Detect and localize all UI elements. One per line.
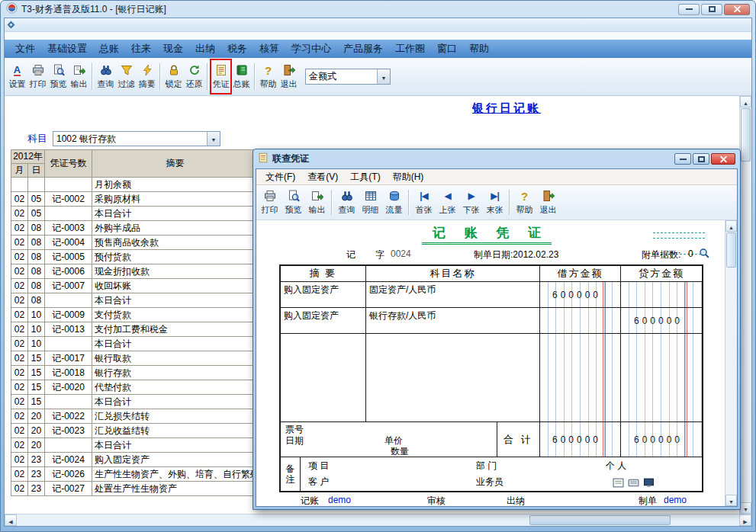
journal-row[interactable]: 0208记-0005预付货款 (11, 250, 259, 264)
minimize-button[interactable] (678, 4, 700, 15)
cell-day: 08 (28, 236, 45, 250)
toolbar-button-ledger[interactable]: 总账 (231, 59, 252, 94)
popup-toolbar-button-prev[interactable]: 上张 (436, 186, 459, 219)
journal-row[interactable]: 0223记-0027处置生产性生物资产 (11, 482, 259, 496)
scroll-up-button[interactable] (740, 96, 751, 107)
journal-row[interactable]: 0208记-0007收回坏账 (11, 279, 259, 293)
toolbar-button-summary[interactable]: 摘要 (137, 59, 157, 94)
scroll-left-button[interactable] (5, 514, 17, 526)
popup-scroll-up-button[interactable] (725, 220, 737, 232)
toolbar-button-help[interactable]: ? 帮助 (258, 59, 278, 94)
menu-item-help[interactable]: 帮助 (463, 40, 495, 58)
toolbar-button-exit[interactable]: 退出 (278, 59, 299, 94)
toolbar-button-voucher[interactable]: 凭证 (211, 59, 231, 94)
format-select-dropdown-button[interactable] (377, 69, 390, 84)
journal-row[interactable]: 0223记-0024购入固定资产 (11, 453, 259, 467)
popup-scrollbar-thumb[interactable] (726, 232, 736, 268)
magnifier-icon[interactable] (699, 248, 709, 258)
scroll-right-button[interactable] (739, 514, 751, 526)
menu-item-learning-center[interactable]: 学习中心 (285, 40, 337, 58)
entry-debit-cell: 600000 (540, 282, 621, 308)
horizontal-scrollbar-thumb[interactable] (529, 515, 671, 525)
journal-row[interactable]: 0220记-0023汇兑收益结转 (11, 424, 259, 438)
cell-summary: 汇兑收益结转 (92, 424, 259, 438)
popup-toolbar-button-exit[interactable]: 退出 (536, 186, 560, 219)
popup-toolbar-button-next[interactable]: 下张 (459, 186, 483, 219)
menu-item-accounting[interactable]: 核算 (253, 40, 285, 58)
menu-item-cash[interactable]: 现金 (157, 40, 189, 58)
journal-row[interactable]: 0205本日合计 (11, 207, 259, 221)
menu-item-tax[interactable]: 税务 (221, 40, 253, 58)
keyboard-icon[interactable] (628, 478, 639, 488)
popup-scroll-down-button[interactable] (725, 495, 737, 506)
note-person-label: 个 人 (606, 460, 626, 473)
menu-item-product-service[interactable]: 产品服务 (337, 40, 389, 58)
cell-voucher: 记-0018 (45, 366, 92, 380)
subject-select-dropdown-button[interactable] (207, 132, 220, 146)
journal-row[interactable]: 0205记-0002采购原材料 (11, 192, 259, 207)
voucher-word-suffix: 字 (375, 248, 384, 261)
journal-row[interactable]: 0208本日合计 (11, 293, 259, 308)
close-button[interactable] (724, 4, 750, 15)
maximize-button[interactable] (701, 4, 722, 15)
monitor-icon[interactable] (643, 478, 655, 488)
journal-row[interactable]: 0215记-0018银行存款 (11, 366, 259, 380)
menu-item-file[interactable]: 文件 (9, 40, 41, 58)
popup-minimize-button[interactable] (674, 153, 691, 165)
voucher-form-title: 记 账 凭 证 (422, 224, 552, 245)
journal-row[interactable]: 0210记-0013支付加工费和税金 (11, 322, 259, 337)
popup-toolbar-button-first[interactable]: 首张 (412, 186, 436, 219)
popup-menu-item-tools[interactable]: 工具(T) (345, 169, 385, 185)
menu-item-cashier[interactable]: 出纳 (189, 40, 221, 58)
toolbar-button-print[interactable]: 打印 (27, 59, 48, 94)
journal-row[interactable]: 0215本日合计 (11, 395, 259, 409)
detail-grid-icon (365, 190, 377, 203)
popup-toolbar-button-print[interactable]: 打印 (258, 186, 281, 219)
toolbar-button-preview[interactable]: 预览 (48, 59, 69, 94)
journal-row[interactable]: 0208记-0004预售商品收余款 (11, 236, 259, 250)
popup-menu-item-view[interactable]: 查看(V) (302, 169, 343, 185)
journal-row[interactable]: 0223记-0026生产性生物资产、外购、培育、自行繁殖 (11, 467, 259, 482)
toolbar-button-query[interactable]: 查询 (95, 59, 116, 94)
journal-row[interactable]: 0215记-0017银行取款 (11, 351, 259, 366)
menu-item-work-circle[interactable]: 工作圈 (389, 40, 431, 58)
journal-row[interactable]: 0220记-0022汇兑损失结转 (11, 409, 259, 424)
journal-row[interactable]: 0210记-0009支付货款 (11, 308, 259, 322)
scroll-down-button[interactable] (740, 502, 751, 514)
popup-vertical-scrollbar[interactable] (725, 220, 737, 506)
menu-item-basic-setup[interactable]: 基础设置 (41, 40, 93, 58)
restore-arrows-icon (188, 64, 201, 77)
popup-toolbar-button-preview[interactable]: 预览 (281, 186, 305, 219)
menu-item-current-accounts[interactable]: 往来 (125, 40, 157, 58)
journal-row[interactable]: 月初余额 (11, 178, 259, 192)
popup-toolbar-button-detail[interactable]: 明细 (359, 186, 382, 219)
document-icon[interactable] (613, 478, 624, 488)
journal-row[interactable]: 0208记-0003外购半成品 (11, 221, 259, 236)
popup-menu-item-file[interactable]: 文件(F) (260, 169, 301, 185)
toolbar-button-lock[interactable]: 锁定 (163, 59, 184, 94)
toolbar-button-export[interactable]: 输出 (69, 59, 89, 94)
popup-toolbar-button-query[interactable]: 查询 (335, 186, 359, 219)
toolbar-button-restore[interactable]: 还原 (184, 59, 204, 94)
format-select[interactable]: 金额式 (305, 69, 391, 85)
popup-toolbar-button-help[interactable]: ? 帮助 (513, 186, 536, 219)
vertical-scrollbar-thumb[interactable] (741, 108, 751, 162)
popup-maximize-button[interactable] (693, 153, 709, 165)
subject-select[interactable]: 1002 银行存款 (53, 131, 220, 146)
popup-menu-item-help[interactable]: 帮助(H) (388, 169, 429, 185)
cell-month: 02 (11, 279, 28, 293)
journal-row[interactable]: 0208记-0006现金折扣收款 (11, 264, 259, 279)
toolbar-button-settings[interactable]: A 设置 (7, 59, 27, 94)
menu-item-window[interactable]: 窗口 (431, 40, 463, 58)
journal-row[interactable]: 0215记-0020代垫付款 (11, 380, 259, 395)
popup-toolbar-button-flow[interactable]: 流量 (382, 186, 406, 219)
popup-close-button[interactable] (711, 153, 735, 165)
journal-row[interactable]: 0210本日合计 (11, 337, 259, 351)
toolbar-button-filter[interactable]: 过滤 (116, 59, 137, 94)
popup-toolbar-button-last[interactable]: 末张 (483, 186, 507, 219)
journal-row[interactable]: 0220本日合计 (11, 438, 259, 453)
vertical-scrollbar[interactable] (739, 96, 751, 514)
popup-toolbar-button-export[interactable]: 输出 (305, 186, 329, 219)
horizontal-scrollbar[interactable] (5, 514, 751, 526)
menu-item-general-ledger[interactable]: 总账 (93, 40, 125, 58)
